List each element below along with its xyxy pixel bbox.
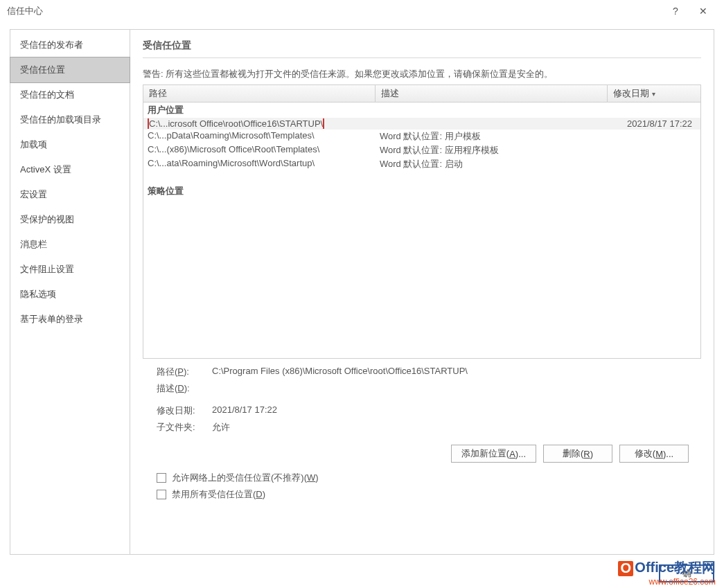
sidebar-item-trusted-docs[interactable]: 受信任的文档 (10, 82, 130, 107)
highlighted-path: C:\...icrosoft Office\root\Office16\STAR… (148, 118, 324, 129)
locations-table: 路径 描述 修改日期▾ 用户位置 C:\...icrosoft Office\r… (143, 84, 701, 359)
cell-path: C:\...pData\Roaming\Microsoft\Templates\ (148, 130, 380, 143)
sidebar-item-label: 受信任的加载项目录 (20, 114, 101, 125)
cell-desc: Word 默认位置: 启动 (380, 158, 603, 170)
modify-button[interactable]: 修改(M)... (619, 445, 689, 463)
sidebar-item-trusted-locations[interactable]: 受信任位置 (10, 57, 130, 83)
cell-date (603, 130, 696, 143)
sidebar-item-protected-view[interactable]: 受保护的视图 (10, 207, 130, 232)
sidebar-item-label: 受信任的发布者 (20, 39, 83, 50)
detail-path-value: C:\Program Files (x86)\Microsoft Office\… (212, 366, 468, 378)
table-body[interactable]: 用户位置 C:\...icrosoft Office\root\Office16… (143, 103, 701, 359)
detail-path-label: 路径(P): (157, 366, 212, 378)
titlebar: 信任中心 ? ✕ (0, 0, 724, 22)
sidebar-item-addins[interactable]: 加载项 (10, 132, 130, 157)
sidebar-item-addin-catalogs[interactable]: 受信任的加载项目录 (10, 107, 130, 132)
cell-path: C:\...(x86)\Microsoft Office\Root\Templa… (148, 144, 380, 157)
checkbox-icon[interactable] (157, 473, 166, 483)
sidebar-item-label: 文件阻止设置 (20, 264, 74, 274)
sidebar-item-label: 宏设置 (20, 189, 47, 199)
detail-desc-label: 描述(D): (157, 382, 212, 395)
table-row[interactable]: C:\...ata\Roaming\Microsoft\Word\Startup… (143, 157, 700, 171)
button-row: 添加新位置(A)... 删除(R) 修改(M)... (143, 442, 701, 470)
cell-path: C:\...ata\Roaming\Microsoft\Word\Startup… (148, 158, 380, 170)
section-title: 受信任位置 (143, 39, 701, 58)
sidebar-item-label: 消息栏 (20, 239, 47, 249)
sidebar-item-label: 受信任位置 (20, 64, 65, 75)
sidebar-item-label: 受信任的文档 (20, 89, 74, 100)
sidebar-item-label: 受保护的视图 (20, 214, 74, 224)
sidebar-item-label: 隐私选项 (20, 289, 56, 299)
dialog-body: 受信任的发布者 受信任位置 受信任的文档 受信任的加载项目录 加载项 Activ… (10, 29, 714, 555)
main-panel: 受信任位置 警告: 所有这些位置都被视为打开文件的受信任来源。如果您更改或添加位… (130, 29, 714, 555)
table-header: 路径 描述 修改日期▾ (143, 84, 701, 103)
table-row[interactable]: C:\...pData\Roaming\Microsoft\Templates\… (143, 130, 700, 143)
sidebar-item-label: 加载项 (20, 139, 47, 150)
checkbox-disable-all[interactable]: 禁用所有受信任位置(D) (143, 486, 701, 503)
sidebar-item-form-login[interactable]: 基于表单的登录 (10, 307, 130, 332)
sidebar-item-label: ActiveX 设置 (20, 164, 71, 175)
office-logo-icon: O (618, 561, 633, 576)
delete-button[interactable]: 删除(R) (543, 445, 612, 463)
sidebar-item-privacy[interactable]: 隐私选项 (10, 282, 130, 307)
cell-date (603, 144, 696, 157)
col-desc[interactable]: 描述 (376, 85, 608, 102)
warning-text: 警告: 所有这些位置都被视为打开文件的受信任来源。如果您更改或添加位置，请确保新… (143, 68, 701, 80)
checkbox-icon[interactable] (157, 490, 166, 499)
window-title: 信任中心 (7, 5, 662, 17)
cell-desc (380, 118, 603, 129)
checkbox-network[interactable]: 允许网络上的受信任位置(不推荐)(W) (143, 470, 701, 486)
sidebar-item-activex[interactable]: ActiveX 设置 (10, 157, 130, 182)
cell-date (603, 158, 696, 170)
sidebar-item-macro[interactable]: 宏设置 (10, 182, 130, 207)
sidebar-item-message-bar[interactable]: 消息栏 (10, 232, 130, 257)
table-row[interactable]: C:\...(x86)\Microsoft Office\Root\Templa… (143, 143, 700, 157)
detail-sub-label: 子文件夹: (157, 421, 212, 434)
dialog-footer: 确 (659, 564, 714, 582)
detail-date-value: 2021/8/17 17:22 (212, 404, 277, 417)
col-path[interactable]: 路径 (143, 85, 376, 102)
sidebar-item-file-block[interactable]: 文件阻止设置 (10, 257, 130, 282)
sidebar-item-label: 基于表单的登录 (20, 314, 83, 324)
sidebar: 受信任的发布者 受信任位置 受信任的文档 受信任的加载项目录 加载项 Activ… (10, 29, 130, 555)
col-date[interactable]: 修改日期▾ (608, 85, 700, 102)
cell-desc: Word 默认位置: 应用程序模板 (380, 144, 603, 157)
detail-sub-value: 允许 (212, 421, 230, 434)
sidebar-item-publishers[interactable]: 受信任的发布者 (10, 33, 130, 57)
ok-button[interactable]: 确 (659, 564, 714, 582)
details-panel: 路径(P): C:\Program Files (x86)\Microsoft … (143, 359, 701, 442)
table-row[interactable]: C:\...icrosoft Office\root\Office16\STAR… (143, 118, 700, 130)
group-policy: 策略位置 (143, 184, 700, 199)
cell-date: 2021/8/17 17:22 (603, 118, 696, 129)
cell-desc: Word 默认位置: 用户模板 (380, 130, 603, 143)
close-icon[interactable]: ✕ (689, 1, 717, 21)
help-icon[interactable]: ? (662, 1, 689, 21)
chevron-down-icon: ▾ (652, 90, 655, 98)
add-location-button[interactable]: 添加新位置(A)... (451, 445, 536, 463)
group-user: 用户位置 (143, 103, 700, 118)
detail-date-label: 修改日期: (157, 404, 212, 417)
